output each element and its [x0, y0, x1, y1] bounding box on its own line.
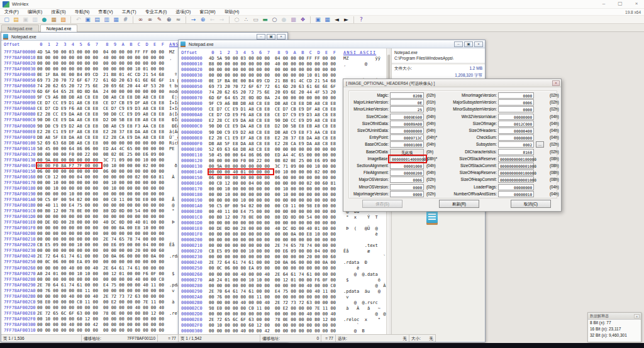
tools-icon[interactable]: ∴: [242, 16, 251, 23]
hex-bytes[interactable]: 6D 6F 64 65 2E 0D 0D 0A: [209, 95, 270, 101]
hex-bytes[interactable]: 24 00 00 00 00 00 00 00: [103, 89, 164, 95]
ascii-cell[interactable]: à À â ~: [343, 306, 386, 312]
computer-icon[interactable]: ▬: [260, 16, 270, 23]
hex-bytes[interactable]: 2E 74 65 78 74 00 00 00: [103, 237, 164, 242]
minimize-icon[interactable]: –: [257, 34, 265, 40]
hex-bytes[interactable]: 00 00 00 00 00 00 00 00: [209, 220, 270, 226]
hex-bytes[interactable]: 21 B8 01 4C CD 21 54 68: [103, 72, 164, 78]
hex-bytes[interactable]: DB A8 5F E8 DA A8 C8 E8: [37, 135, 98, 141]
menu-item[interactable]: 文件(F): [0, 9, 23, 15]
hex-bytes[interactable]: 00 00 0A 00 E8 10 00 00: [103, 226, 164, 231]
close-icon[interactable]: ×: [633, 1, 640, 6]
hex-bytes[interactable]: 00 00 00 00 00 00 00 00: [275, 295, 336, 300]
wipe-icon[interactable]: ◌: [232, 16, 242, 23]
replace-icon[interactable]: ✎: [155, 16, 164, 23]
hex-bytes[interactable]: D2 D0 5B E8 EB A8 C8 E8: [275, 124, 336, 129]
hex-bytes[interactable]: 00 00 00 00 F0 00 22 00: [37, 152, 98, 158]
hex-bytes[interactable]: 21 B8 01 4C CD 21 54 68: [275, 79, 336, 84]
field-majorsubsystemversion[interactable]: 0006: [498, 99, 534, 106]
hex-bytes[interactable]: D0 0A 06 00 00 00 0A 00: [275, 260, 336, 266]
ascii-cell[interactable]: Þ ( @Ü @: [343, 226, 386, 232]
hex-bytes[interactable]: 00 00 00 00 40 00 00 C0: [103, 277, 164, 283]
hex-bytes[interactable]: 00 00 00 00 00 00 00 00: [209, 312, 270, 317]
ascii-cell[interactable]: $ ö: [343, 278, 386, 283]
ascii-cell[interactable]: [343, 237, 386, 243]
hex-bytes[interactable]: 00 00 00 00 00 00 00 00: [209, 237, 270, 243]
hex-bytes[interactable]: 90 D0 CC E9 D9 A8 C8 E8: [275, 118, 336, 124]
dialog-titlebar[interactable]: [ IMAGE_OPTIONAL_HEADER64 (可选映像头) ]: [343, 79, 561, 87]
hex-bytes[interactable]: 00 DE 0D 00 28 00 00 00: [209, 226, 270, 232]
hex-bytes[interactable]: 00 00 00 00 00 00 00 00: [37, 305, 98, 311]
hex-bytes[interactable]: 2E 70 64 61 74 61 00 00: [209, 289, 270, 295]
clipboard-icon[interactable]: ▥: [102, 16, 111, 23]
hex-bytes[interactable]: 2E 72 64 61 74 61 00 00: [37, 254, 98, 259]
hex-bytes[interactable]: 4D 5A 90 00 03 00 00 00: [37, 50, 98, 55]
hex-bytes[interactable]: 50 45 00 00 64 86 06 00: [209, 153, 270, 158]
hex-bytes[interactable]: 3C 71 09 00 00 10 00 00: [275, 164, 336, 170]
hex-bytes[interactable]: 00 76 00 00 00 08 11 00: [37, 288, 98, 294]
hex-bytes[interactable]: 2E 72 65 6C 6F 63 00 00: [209, 317, 270, 323]
hex-bytes[interactable]: E2 28 C1 E9 EF A8 C8 E8: [209, 136, 270, 141]
hex-bytes[interactable]: E2 28 CC E9 DA A8 C8 E8: [209, 118, 270, 124]
menu-item[interactable]: 搜索(S): [47, 9, 70, 15]
hex-bytes[interactable]: 00 00 00 00 00 00 00 00: [37, 67, 98, 72]
hex-bytes[interactable]: 00 00 00 00 40 00 00 42: [37, 322, 98, 328]
hex-bytes[interactable]: 0B 02 0E 25 00 E6 09 00: [275, 158, 336, 164]
hex-bytes[interactable]: 04 00 00 00 FF FF 00 00: [103, 50, 164, 55]
hex-bytes[interactable]: 69 73 20 70 72 6F 67 72: [209, 84, 270, 90]
help-icon[interactable]: ?: [357, 16, 366, 23]
hex-bytes[interactable]: 00 00 00 00 00 00 00 00: [37, 214, 98, 220]
backup-icon[interactable]: ▧: [58, 16, 68, 23]
hex-bytes[interactable]: 06 00 00 00 00 00 00 00: [103, 169, 164, 175]
hex-bytes[interactable]: A0 24 01 00 00 10 10 00: [209, 278, 270, 283]
hex-bytes[interactable]: DB A8 C9 E8 F3 AA C8 E8: [275, 130, 336, 136]
hex-bytes[interactable]: 00 00 00 00 40 00 00 C0: [275, 283, 336, 289]
hex-bytes[interactable]: 90 D0 C9 E9 D2 A8 C8 E8: [209, 130, 270, 136]
field-sizeofimage[interactable]: 0012C000: [498, 121, 534, 127]
hex-bytes[interactable]: 00 12 01 00 00 F6 0F 00: [275, 278, 336, 283]
hex-bytes[interactable]: 00 00 00 00 00 00 00 00: [37, 226, 98, 231]
hex-bytes[interactable]: 00 0C 06 00 00 EA 09 00: [209, 266, 270, 271]
hex-bytes[interactable]: 2E 72 65 6C 6F 63 00 00: [37, 311, 98, 317]
hex-bytes[interactable]: 00 00 00 00 40 00 00 40: [103, 305, 164, 311]
hex-bytes[interactable]: D0 0A 06 00 00 00 0A 00: [103, 254, 164, 259]
ascii-cell[interactable]: @ @.data: [343, 272, 386, 278]
hex-bytes[interactable]: 00 10 00 00 00 00 00 00: [103, 186, 164, 192]
hex-bytes[interactable]: 00 C0 11 00 98 E0 00 00: [103, 197, 164, 203]
hex-bytes[interactable]: DB A8 C9 E8 F3 AA C8 E8: [103, 124, 164, 129]
copy-icon[interactable]: ▣: [83, 16, 92, 23]
ascii-cell[interactable]: [343, 67, 386, 73]
new-file-icon[interactable]: ▢: [2, 16, 11, 23]
hex-bytes[interactable]: 50 45 00 00 64 86 06 00: [37, 146, 98, 152]
hex-bytes[interactable]: D2 D0 5B E8 EB A8 C8 E8: [103, 117, 164, 123]
hex-bytes[interactable]: 78 0E 00 00 00 B0 12 00: [275, 317, 336, 323]
hex-bytes[interactable]: 98 E0 00 00 00 C0 11 00: [37, 300, 98, 305]
hex-bytes[interactable]: 9F C9 A6 BB DB A8 C8 E8: [37, 95, 98, 101]
hex-bytes[interactable]: B8 00 00 00 00 00 00 00: [37, 55, 98, 61]
hex-bytes[interactable]: 00 00 00 00 F0 00 22 00: [209, 158, 270, 164]
hex-bytes[interactable]: 90 C5 0F 00 94 02 00 00: [209, 204, 270, 209]
ascii-cell[interactable]: .text: [343, 243, 386, 249]
hex-bytes[interactable]: 00 00 00 00 00 00 00 00: [103, 259, 164, 265]
hex-bytes[interactable]: 00 C0 12 00 00 04 00 00: [209, 181, 270, 187]
menu-item[interactable]: 查看(V): [94, 9, 117, 15]
hex-bytes[interactable]: E2 28 CA E9 DA A8 C8 E8: [103, 135, 164, 141]
field-sizeofstackreserve[interactable]: 0000000000100000: [498, 156, 534, 162]
hex-bytes[interactable]: 80 DD 0D 00 54 00 00 00: [275, 215, 336, 220]
hex-bytes[interactable]: 0E 1F BA 0E 00 B4 09 CD: [209, 79, 270, 84]
hex-bytes[interactable]: 00 B0 12 00 78 0E 00 00: [209, 215, 270, 220]
hex-bytes[interactable]: 98 E0 00 00 00 C0 11 00: [209, 306, 270, 312]
ascii-cell[interactable]: MZ ÿÿ: [343, 56, 386, 62]
hex-bytes[interactable]: 40 DC 0D 00 40 01 00 00: [103, 220, 164, 226]
menu-item[interactable]: 窗口(W): [195, 9, 219, 15]
find-next-icon[interactable]: ≈: [174, 16, 183, 23]
hex-bytes[interactable]: 00 00 00 00 10 01 00 00: [275, 73, 336, 79]
hex-bytes[interactable]: 00 10 00 00 00 00 00 00: [275, 187, 336, 192]
hex-bytes[interactable]: 00 00 00 00 00 00 00 00: [103, 328, 164, 334]
hex-bytes[interactable]: 00 E6 09 00 00 04 00 00: [275, 249, 336, 254]
hex-bytes[interactable]: B8 00 00 00 00 00 00 00: [209, 62, 270, 67]
dialog-close-icon[interactable]: ×: [552, 80, 560, 86]
hex-bytes[interactable]: 00 00 00 00 10 01 00 00: [103, 67, 164, 72]
hex-bytes[interactable]: ED A4 4C 65 00 00 00 00: [275, 153, 336, 158]
hex-bytes[interactable]: ED A4 4C 65 00 00 00 00: [103, 146, 164, 152]
